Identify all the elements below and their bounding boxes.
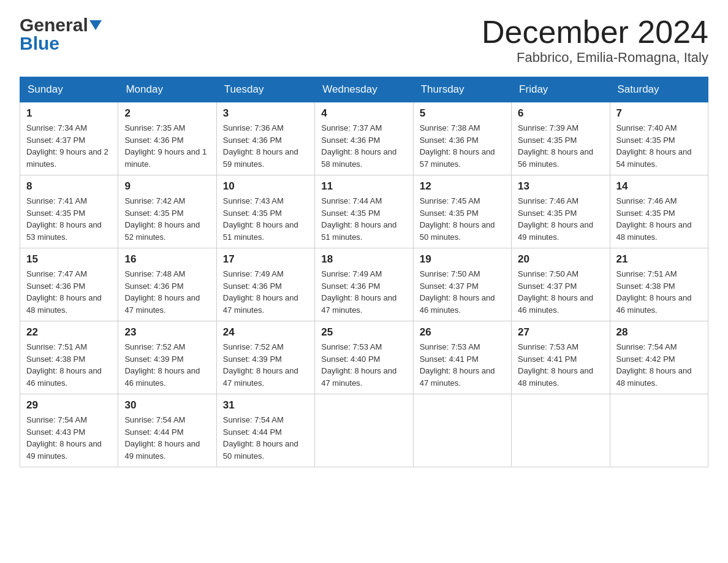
col-wednesday: Wednesday xyxy=(315,77,413,102)
daylight-label: Daylight: 8 hours and 46 minutes. xyxy=(616,293,692,315)
day-info: Sunrise: 7:54 AM Sunset: 4:44 PM Dayligh… xyxy=(223,414,308,462)
logo-blue-text: Blue xyxy=(20,33,59,54)
day-number: 7 xyxy=(616,107,702,120)
sunrise-label: Sunrise: 7:42 AM xyxy=(124,196,185,205)
daylight-label: Daylight: 8 hours and 48 minutes. xyxy=(616,366,692,388)
calendar-week-row: 22 Sunrise: 7:51 AM Sunset: 4:38 PM Dayl… xyxy=(20,321,708,394)
daylight-label: Daylight: 8 hours and 48 minutes. xyxy=(616,220,692,242)
table-row: 11 Sunrise: 7:44 AM Sunset: 4:35 PM Dayl… xyxy=(315,175,413,248)
table-row: 13 Sunrise: 7:46 AM Sunset: 4:35 PM Dayl… xyxy=(512,175,610,248)
sunrise-label: Sunrise: 7:50 AM xyxy=(518,269,578,278)
day-info: Sunrise: 7:52 AM Sunset: 4:39 PM Dayligh… xyxy=(223,341,308,389)
table-row: 25 Sunrise: 7:53 AM Sunset: 4:40 PM Dayl… xyxy=(315,321,413,394)
daylight-label: Daylight: 8 hours and 58 minutes. xyxy=(321,147,396,169)
table-row: 2 Sunrise: 7:35 AM Sunset: 4:36 PM Dayli… xyxy=(118,102,216,175)
sunrise-label: Sunrise: 7:34 AM xyxy=(26,123,87,132)
daylight-label: Daylight: 8 hours and 54 minutes. xyxy=(616,147,692,169)
sunrise-label: Sunrise: 7:37 AM xyxy=(321,123,382,132)
day-info: Sunrise: 7:46 AM Sunset: 4:35 PM Dayligh… xyxy=(518,195,603,243)
day-number: 27 xyxy=(518,326,603,339)
daylight-label: Daylight: 8 hours and 47 minutes. xyxy=(124,293,200,315)
day-info: Sunrise: 7:49 AM Sunset: 4:36 PM Dayligh… xyxy=(223,268,308,316)
daylight-label: Daylight: 9 hours and 2 minutes. xyxy=(26,147,108,169)
daylight-label: Daylight: 8 hours and 52 minutes. xyxy=(124,220,200,242)
table-row: 23 Sunrise: 7:52 AM Sunset: 4:39 PM Dayl… xyxy=(118,321,216,394)
month-title: December 2024 xyxy=(482,15,708,50)
daylight-label: Daylight: 8 hours and 49 minutes. xyxy=(124,439,200,461)
page-header: General Blue December 2024 Fabbrico, Emi… xyxy=(20,15,708,66)
table-row xyxy=(413,394,511,467)
sunset-label: Sunset: 4:37 PM xyxy=(518,282,577,291)
svg-marker-0 xyxy=(89,20,102,30)
day-number: 10 xyxy=(223,180,308,193)
table-row: 14 Sunrise: 7:46 AM Sunset: 4:35 PM Dayl… xyxy=(610,175,708,248)
day-info: Sunrise: 7:42 AM Sunset: 4:35 PM Dayligh… xyxy=(124,195,210,243)
sunrise-label: Sunrise: 7:54 AM xyxy=(26,415,87,424)
daylight-label: Daylight: 8 hours and 47 minutes. xyxy=(223,293,298,315)
table-row: 20 Sunrise: 7:50 AM Sunset: 4:37 PM Dayl… xyxy=(512,248,610,321)
day-info: Sunrise: 7:49 AM Sunset: 4:36 PM Dayligh… xyxy=(321,268,406,316)
table-row: 21 Sunrise: 7:51 AM Sunset: 4:38 PM Dayl… xyxy=(610,248,708,321)
day-info: Sunrise: 7:53 AM Sunset: 4:40 PM Dayligh… xyxy=(321,341,406,389)
day-number: 15 xyxy=(26,253,112,266)
col-sunday: Sunday xyxy=(20,77,118,102)
table-row: 29 Sunrise: 7:54 AM Sunset: 4:43 PM Dayl… xyxy=(20,394,118,467)
daylight-label: Daylight: 8 hours and 46 minutes. xyxy=(26,366,102,388)
sunrise-label: Sunrise: 7:46 AM xyxy=(518,196,578,205)
day-info: Sunrise: 7:54 AM Sunset: 4:44 PM Dayligh… xyxy=(124,414,210,462)
day-info: Sunrise: 7:41 AM Sunset: 4:35 PM Dayligh… xyxy=(26,195,112,243)
sunset-label: Sunset: 4:35 PM xyxy=(518,209,577,218)
logo-general-text: General xyxy=(20,15,88,36)
day-info: Sunrise: 7:47 AM Sunset: 4:36 PM Dayligh… xyxy=(26,268,112,316)
col-thursday: Thursday xyxy=(413,77,511,102)
sunset-label: Sunset: 4:37 PM xyxy=(420,282,479,291)
daylight-label: Daylight: 8 hours and 51 minutes. xyxy=(321,220,396,242)
table-row: 16 Sunrise: 7:48 AM Sunset: 4:36 PM Dayl… xyxy=(118,248,216,321)
col-monday: Monday xyxy=(118,77,216,102)
daylight-label: Daylight: 8 hours and 49 minutes. xyxy=(26,439,102,461)
daylight-label: Daylight: 8 hours and 48 minutes. xyxy=(26,293,102,315)
table-row: 27 Sunrise: 7:53 AM Sunset: 4:41 PM Dayl… xyxy=(512,321,610,394)
sunrise-label: Sunrise: 7:39 AM xyxy=(518,123,578,132)
day-number: 14 xyxy=(616,180,702,193)
table-row xyxy=(315,394,413,467)
sunset-label: Sunset: 4:36 PM xyxy=(124,136,183,145)
day-number: 1 xyxy=(26,107,112,120)
sunset-label: Sunset: 4:37 PM xyxy=(26,136,85,145)
daylight-label: Daylight: 9 hours and 1 minute. xyxy=(124,147,207,169)
table-row: 7 Sunrise: 7:40 AM Sunset: 4:35 PM Dayli… xyxy=(610,102,708,175)
daylight-label: Daylight: 8 hours and 50 minutes. xyxy=(420,220,495,242)
sunset-label: Sunset: 4:39 PM xyxy=(124,354,183,364)
table-row: 19 Sunrise: 7:50 AM Sunset: 4:37 PM Dayl… xyxy=(413,248,511,321)
day-number: 23 xyxy=(124,326,210,339)
sunset-label: Sunset: 4:38 PM xyxy=(26,354,85,364)
sunset-label: Sunset: 4:36 PM xyxy=(420,136,479,145)
sunrise-label: Sunrise: 7:44 AM xyxy=(321,196,382,205)
day-number: 13 xyxy=(518,180,603,193)
day-info: Sunrise: 7:43 AM Sunset: 4:35 PM Dayligh… xyxy=(223,195,308,243)
table-row: 22 Sunrise: 7:51 AM Sunset: 4:38 PM Dayl… xyxy=(20,321,118,394)
day-number: 5 xyxy=(420,107,505,120)
calendar-week-row: 29 Sunrise: 7:54 AM Sunset: 4:43 PM Dayl… xyxy=(20,394,708,467)
sunset-label: Sunset: 4:43 PM xyxy=(26,427,85,437)
day-info: Sunrise: 7:48 AM Sunset: 4:36 PM Dayligh… xyxy=(124,268,210,316)
daylight-label: Daylight: 8 hours and 46 minutes. xyxy=(518,293,593,315)
sunrise-label: Sunrise: 7:49 AM xyxy=(223,269,284,278)
table-row: 15 Sunrise: 7:47 AM Sunset: 4:36 PM Dayl… xyxy=(20,248,118,321)
daylight-label: Daylight: 8 hours and 46 minutes. xyxy=(124,366,200,388)
day-info: Sunrise: 7:36 AM Sunset: 4:36 PM Dayligh… xyxy=(223,122,308,170)
daylight-label: Daylight: 8 hours and 53 minutes. xyxy=(26,220,102,242)
day-info: Sunrise: 7:38 AM Sunset: 4:36 PM Dayligh… xyxy=(420,122,505,170)
day-number: 26 xyxy=(420,326,505,339)
sunrise-label: Sunrise: 7:54 AM xyxy=(223,415,284,424)
daylight-label: Daylight: 8 hours and 59 minutes. xyxy=(223,147,298,169)
day-info: Sunrise: 7:46 AM Sunset: 4:35 PM Dayligh… xyxy=(616,195,702,243)
table-row: 3 Sunrise: 7:36 AM Sunset: 4:36 PM Dayli… xyxy=(216,102,314,175)
daylight-label: Daylight: 8 hours and 47 minutes. xyxy=(223,366,298,388)
sunset-label: Sunset: 4:39 PM xyxy=(223,354,282,364)
day-info: Sunrise: 7:37 AM Sunset: 4:36 PM Dayligh… xyxy=(321,122,406,170)
table-row: 30 Sunrise: 7:54 AM Sunset: 4:44 PM Dayl… xyxy=(118,394,216,467)
sunset-label: Sunset: 4:44 PM xyxy=(124,427,183,437)
sunset-label: Sunset: 4:36 PM xyxy=(124,282,183,291)
location-text: Fabbrico, Emilia-Romagna, Italy xyxy=(482,50,708,66)
